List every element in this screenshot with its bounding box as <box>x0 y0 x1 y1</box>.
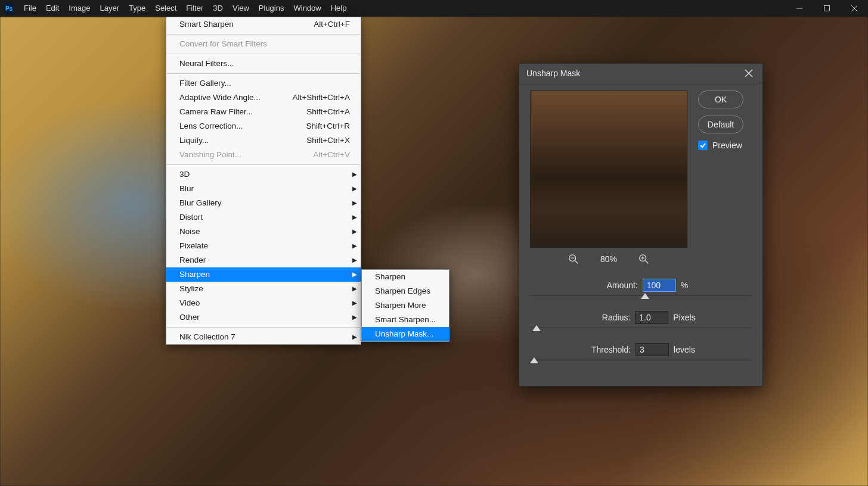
menu-label: Nik Collection 7 <box>179 332 235 342</box>
menu-separator <box>167 164 360 165</box>
menu-item-adaptive-wide-angle[interactable]: Adaptive Wide Angle... Alt+Shift+Ctrl+A <box>166 91 361 105</box>
menubar: Ps File Edit Image Layer Type Select Fil… <box>0 0 868 17</box>
menu-item-vanishing-point[interactable]: Vanishing Point... Alt+Ctrl+V <box>166 148 361 162</box>
dialog-close-button[interactable] <box>742 69 755 77</box>
submenu-item-sharpen[interactable]: Sharpen <box>362 270 449 284</box>
menu-item-blur-gallery[interactable]: Blur Gallery▶ <box>166 196 361 210</box>
menu-item-3d[interactable]: 3D▶ <box>166 167 361 182</box>
svg-line-10 <box>646 261 649 264</box>
menu-label: Sharpen Edges <box>375 286 430 297</box>
menu-window[interactable]: Window <box>289 0 326 17</box>
menu-item-pixelate[interactable]: Pixelate▶ <box>166 239 361 253</box>
slider-thumb[interactable] <box>530 357 538 363</box>
zoom-out-button[interactable] <box>568 254 579 264</box>
menu-item-stylize[interactable]: Stylize▶ <box>166 282 361 296</box>
menu-label: 3D <box>179 169 190 180</box>
menu-view[interactable]: View <box>228 0 254 17</box>
amount-label: Amount: <box>594 281 638 290</box>
slider-thumb[interactable] <box>532 325 541 331</box>
chevron-right-icon: ▶ <box>352 183 357 194</box>
app-icon: Ps <box>4 3 14 14</box>
close-icon <box>745 69 753 77</box>
amount-slider[interactable] <box>530 295 752 304</box>
menu-select[interactable]: Select <box>150 0 181 17</box>
submenu-item-unsharp-mask[interactable]: Unsharp Mask... <box>362 327 449 341</box>
menu-item-neural-filters[interactable]: Neural Filters... <box>166 57 361 71</box>
menu-label: Sharpen <box>375 272 405 282</box>
amount-input[interactable] <box>643 279 676 292</box>
close-icon <box>851 5 858 12</box>
dialog-titlebar[interactable]: Unsharp Mask <box>519 64 762 83</box>
menu-item-convert-smart[interactable]: Convert for Smart Filters <box>166 37 361 51</box>
threshold-input[interactable] <box>636 343 669 356</box>
submenu-item-sharpen-more[interactable]: Sharpen More <box>362 298 449 313</box>
menu-label: Blur <box>179 183 194 194</box>
menu-label: Camera Raw Filter... <box>179 107 253 117</box>
menu-label: Pixelate <box>179 241 208 251</box>
preview-checkbox[interactable] <box>698 141 708 150</box>
svg-line-7 <box>575 261 578 264</box>
menu-item-video[interactable]: Video▶ <box>166 296 361 310</box>
minimize-button[interactable] <box>786 0 813 17</box>
menu-item-other[interactable]: Other▶ <box>166 310 361 325</box>
menu-label: Noise <box>179 226 200 237</box>
menu-item-last-filter[interactable]: Smart Sharpen Alt+Ctrl+F <box>166 17 361 32</box>
menu-image[interactable]: Image <box>64 0 95 17</box>
menu-label: Video <box>179 298 200 309</box>
ok-button[interactable]: OK <box>698 91 743 108</box>
menu-filter[interactable]: Filter <box>181 0 208 17</box>
menu-separator <box>167 34 360 35</box>
chevron-right-icon: ▶ <box>352 169 357 180</box>
dialog-title-text: Unsharp Mask <box>526 68 580 78</box>
menu-layer[interactable]: Layer <box>95 0 125 17</box>
menu-item-sharpen[interactable]: Sharpen▶ <box>166 267 361 282</box>
menu-item-render[interactable]: Render▶ <box>166 253 361 267</box>
maximize-button[interactable] <box>813 0 841 17</box>
threshold-slider[interactable] <box>530 360 752 368</box>
radius-label: Radius: <box>586 313 630 322</box>
menu-label: Stylize <box>179 284 203 294</box>
zoom-in-button[interactable] <box>638 254 649 264</box>
menu-item-lens-correction[interactable]: Lens Correction... Shift+Ctrl+R <box>166 119 361 133</box>
slider-thumb[interactable] <box>641 293 649 299</box>
radius-input[interactable] <box>635 311 668 324</box>
maximize-icon <box>823 5 830 12</box>
zoom-in-icon <box>638 254 649 264</box>
menu-type[interactable]: Type <box>124 0 150 17</box>
close-button[interactable] <box>841 0 868 17</box>
menu-label: Filter Gallery... <box>179 78 231 89</box>
minimize-icon <box>796 5 803 12</box>
default-button[interactable]: Default <box>698 116 743 133</box>
threshold-label: Threshold: <box>587 345 631 354</box>
menu-edit[interactable]: Edit <box>41 0 64 17</box>
menu-label: Sharpen More <box>375 300 426 311</box>
menu-shortcut: Alt+Ctrl+V <box>313 149 350 160</box>
menu-label: Adaptive Wide Angle... <box>179 92 261 103</box>
menu-plugins[interactable]: Plugins <box>254 0 289 17</box>
menu-label: Sharpen <box>179 269 210 280</box>
chevron-right-icon: ▶ <box>352 332 357 342</box>
menu-item-blur[interactable]: Blur▶ <box>166 182 361 196</box>
menu-item-camera-raw[interactable]: Camera Raw Filter... Shift+Ctrl+A <box>166 105 361 119</box>
menu-3d[interactable]: 3D <box>208 0 228 17</box>
menu-shortcut: Alt+Shift+Ctrl+A <box>293 92 350 103</box>
menu-label: Convert for Smart Filters <box>179 39 267 49</box>
menu-help[interactable]: Help <box>326 0 352 17</box>
submenu-item-sharpen-edges[interactable]: Sharpen Edges <box>362 284 449 298</box>
chevron-right-icon: ▶ <box>352 212 357 223</box>
menu-item-liquify[interactable]: Liquify... Shift+Ctrl+X <box>166 133 361 148</box>
radius-slider[interactable] <box>530 328 752 336</box>
menu-item-noise[interactable]: Noise▶ <box>166 225 361 239</box>
chevron-right-icon: ▶ <box>352 226 357 237</box>
menu-item-distort[interactable]: Distort▶ <box>166 210 361 225</box>
menu-shortcut: Shift+Ctrl+R <box>306 121 350 132</box>
submenu-item-smart-sharpen[interactable]: Smart Sharpen... <box>362 313 449 327</box>
menu-label: Other <box>179 312 200 323</box>
menu-shortcut: Shift+Ctrl+X <box>306 135 350 146</box>
menu-item-filter-gallery[interactable]: Filter Gallery... <box>166 76 361 91</box>
menu-item-nik-collection[interactable]: Nik Collection 7▶ <box>166 330 361 344</box>
menu-file[interactable]: File <box>19 0 41 17</box>
preview-label: Preview <box>712 141 742 150</box>
preview-image[interactable] <box>530 91 687 248</box>
menu-label: Vanishing Point... <box>179 149 241 160</box>
